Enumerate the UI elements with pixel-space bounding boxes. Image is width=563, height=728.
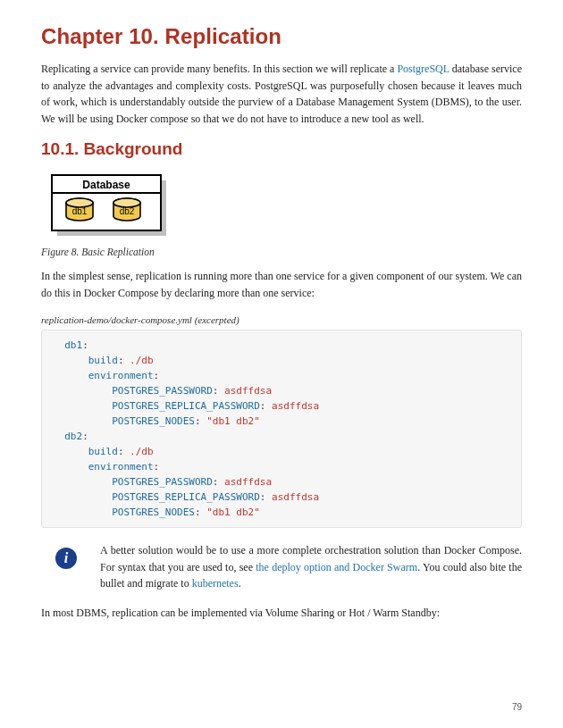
section-title: 10.1. Background [41,139,522,159]
db1-label: db1 [72,206,88,216]
db2-cylinder: db2 [113,198,140,221]
docker-compose-code: db1: build: ./db environment: POSTGRES_P… [41,330,522,529]
replication-paragraph: In the simplest sense, replication is ru… [41,268,522,301]
chapter-title: Chapter 10. Replication [41,24,522,49]
page-number: 79 [41,697,522,712]
docker-swarm-link[interactable]: the deploy option and Docker Swarm [256,561,417,573]
kubernetes-link[interactable]: kubernetes [192,577,239,590]
figure-caption: Figure 8. Basic Replication [41,247,522,257]
info-icon: i [55,548,82,569]
database-diagram: Database db1 db2 [48,173,169,239]
admon-post: . [239,577,241,590]
listing-caption: replication-demo/docker-compose.yml (exc… [41,314,522,325]
intro-paragraph: Replicating a service can provide many b… [41,61,522,127]
admonition-text: A better solution would be to use a more… [100,542,522,592]
db1-cylinder: db1 [66,198,93,221]
figure-basic-replication: Database db1 db2 [48,173,522,239]
intro-text-pre: Replicating a service can provide many b… [41,63,397,75]
info-admonition: i A better solution would be to use a mo… [41,542,522,592]
figure-box-label: Database [82,179,130,191]
info-glyph: i [55,548,77,569]
postgresql-link[interactable]: PostgreSQL [397,63,449,75]
db2-label: db2 [120,206,135,216]
standby-paragraph: In most DBMS, replication can be impleme… [41,605,522,622]
